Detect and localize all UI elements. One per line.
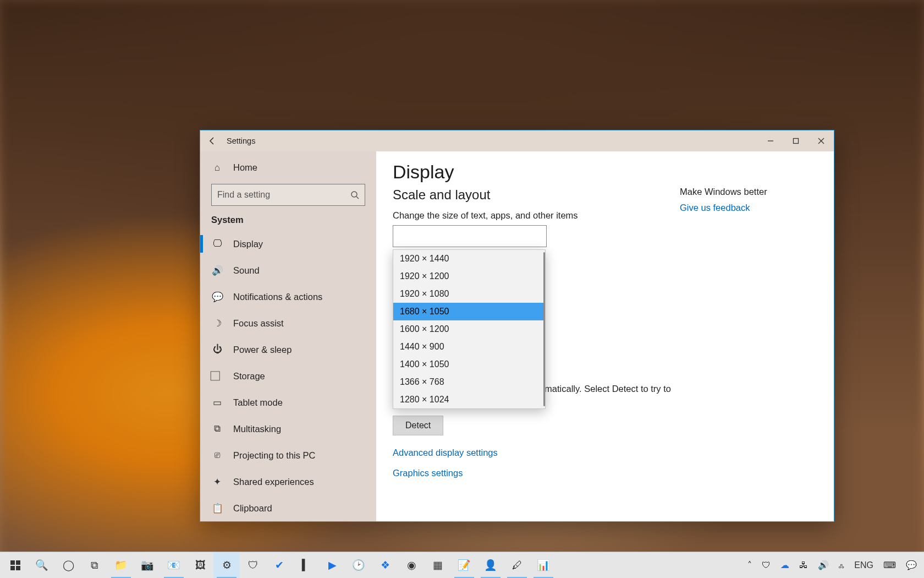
sidebar-item-tablet-mode[interactable]: ▭Tablet mode [200,389,376,416]
terminal-icon: ▍ [302,559,310,571]
feedback-link[interactable]: Give us feedback [680,203,817,213]
windows-icon [10,560,20,570]
nav-icon: ⏻ [211,344,223,355]
close-button[interactable] [809,130,834,151]
nav-label: Projecting to this PC [233,450,315,461]
resolution-option[interactable]: 1280 × 1024 [393,391,545,408]
settings-window: Settings ⌂ Home Find a setting [200,130,834,522]
check-icon: ✔ [275,559,284,571]
people-app[interactable]: 👤 [477,552,504,579]
svg-rect-5 [16,560,20,565]
tray-access[interactable]: ஃ [834,552,849,579]
tray-overflow[interactable]: ˄ [743,552,757,579]
sidebar-item-display[interactable]: 🖵Display [200,231,376,257]
back-button[interactable] [200,130,224,151]
file-explorer[interactable]: 📁 [108,552,134,579]
nav-label: Sound [233,265,260,276]
search-input[interactable]: Find a setting [211,184,365,206]
sidebar-item-focus-assist[interactable]: ☽Focus assist [200,310,376,336]
mail-app[interactable]: 📧 [161,552,187,579]
taskview-icon: ⧉ [91,559,98,571]
home-nav[interactable]: ⌂ Home [200,156,376,179]
scale-label: Change the size of text, apps, and other… [393,209,674,222]
pen-app[interactable]: 🖊 [504,552,530,579]
todo-app[interactable]: ✔ [266,552,293,579]
tray-volume[interactable]: 🔊 [813,552,834,579]
graphics-settings-link-label: Graphics settings [393,468,463,478]
svg-line-3 [356,197,359,199]
window-controls [758,130,834,151]
chrome-app[interactable]: ◉ [398,552,425,579]
maximize-button[interactable] [783,130,809,151]
detect-button[interactable]: Detect [393,416,443,435]
advanced-display-link[interactable]: Advanced display settings [393,448,674,458]
sidebar-item-storage[interactable]: ⃞Storage [200,363,376,389]
resolution-option[interactable]: 1600 × 1200 [393,320,545,338]
photos-app[interactable]: 🖼 [187,552,213,579]
resolution-dropdown[interactable]: 1920 × 14401920 × 12001920 × 10801680 × … [393,249,546,409]
nav-icon: ✦ [211,476,223,488]
dropdown-scrollbar[interactable] [543,252,545,406]
nav-icon: ⃞ [211,370,223,381]
nav-label: Multitasking [233,424,281,434]
resolution-option[interactable]: 1920 × 1080 [393,285,545,303]
sidebar-item-clipboard[interactable]: 📋Clipboard [200,495,376,521]
news-icon: ▦ [433,559,443,571]
powershell-app[interactable]: ▶ [319,552,345,579]
keyboard-icon: ⌨ [883,560,896,570]
maximize-icon [793,138,799,144]
security-app[interactable]: 🛡 [240,552,266,579]
home-label: Home [233,162,257,173]
terminal-app[interactable]: ▍ [293,552,319,579]
tray-network[interactable]: 🖧 [794,552,813,579]
tray-onedrive[interactable]: ☁ [776,552,794,579]
nav-icon: ☽ [211,318,223,329]
sidebar-item-notifications-actions[interactable]: 💬Notifications & actions [200,283,376,310]
minimize-icon [767,138,774,144]
sidebar-item-projecting-to-this-pc[interactable]: ⎚Projecting to this PC [200,442,376,468]
resolution-option[interactable]: 1400 × 1050 [393,356,545,373]
resolution-option[interactable]: 1440 × 900 [393,338,545,356]
chart-app[interactable]: 📊 [530,552,557,579]
notepad-app[interactable]: 📝 [451,552,477,579]
task-view-button[interactable]: ⧉ [81,552,108,579]
chrome-icon: ◉ [407,559,416,571]
nav-label: Tablet mode [233,397,283,408]
action-center[interactable]: 💬 [901,552,922,579]
nav-icon: 💬 [211,291,223,303]
detect-button-label: Detect [405,421,431,430]
news-app[interactable]: ▦ [425,552,451,579]
sidebar-item-power-sleep[interactable]: ⏻Power & sleep [200,336,376,363]
cortana-button[interactable]: ◯ [55,552,81,579]
tray-keyboard[interactable]: ⌨ [878,552,901,579]
help-title: Make Windows better [680,187,817,197]
start-button[interactable] [2,552,29,579]
resolution-option[interactable]: 924 × 578 [393,303,545,320]
settings-app[interactable]: ⚙ [213,552,240,579]
sidebar-item-shared-experiences[interactable]: ✦Shared experiences [200,468,376,495]
resolution-option[interactable]: 1920 × 1200 [393,268,545,285]
titlebar: Settings [200,130,834,151]
nav-label: Focus assist [233,318,284,329]
resolution-option[interactable]: 1920 × 1440 [393,250,545,268]
vscode-app[interactable]: ❖ [372,552,398,579]
sidebar-item-sound[interactable]: 🔊Sound [200,257,376,283]
nav-icon: 📋 [211,503,223,514]
camera-app[interactable]: 📷 [134,552,161,579]
sidebar-item-multitasking[interactable]: ⧉Multitasking [200,416,376,442]
access-icon: ஃ [839,560,844,570]
minimize-button[interactable] [758,130,783,151]
svg-rect-1 [794,139,799,144]
scale-combobox[interactable] [393,225,547,247]
home-icon: ⌂ [211,162,223,173]
taskbar: 🔍 ◯ ⧉ 📁 📷 📧 🖼 ⚙ 🛡 ✔ ▍ ▶ 🕑 ❖ ◉ ▦ 📝 👤 🖊 📊 … [0,552,924,578]
svg-rect-4 [10,560,15,565]
resolution-option[interactable]: 1366 × 768 [393,373,545,391]
clock-app[interactable]: 🕑 [345,552,372,579]
tray-language[interactable]: ENG [849,552,878,579]
taskbar-search[interactable]: 🔍 [29,552,55,579]
tray-security[interactable]: 🛡 [757,552,776,579]
nav-label: Display [233,239,263,249]
cloud-icon: ☁ [780,560,789,570]
graphics-settings-link[interactable]: Graphics settings [393,468,674,478]
